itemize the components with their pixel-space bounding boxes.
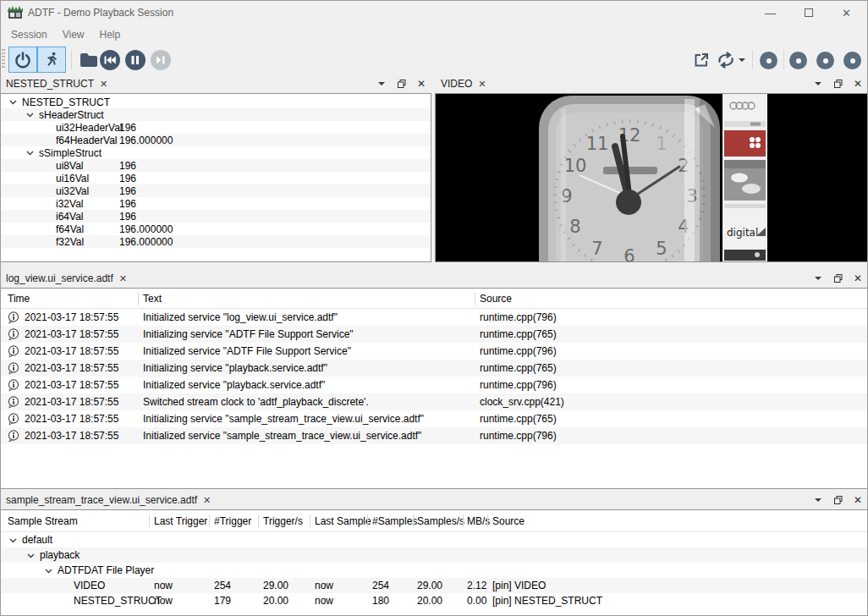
dock-menu-button[interactable] xyxy=(810,269,826,288)
column-separator[interactable] xyxy=(149,514,150,527)
run-session-button[interactable] xyxy=(37,47,66,73)
tab-sample-stream-trace[interactable]: sample_stream_trace_view.ui_service.adtf… xyxy=(0,492,217,509)
tab-close-icon[interactable]: ✕ xyxy=(203,496,211,505)
vertical-splitter[interactable] xyxy=(431,74,435,262)
skip-to-start-button[interactable] xyxy=(100,50,120,70)
tree-row[interactable]: sHeaderStruct xyxy=(1,108,431,121)
expand-chevron-icon[interactable] xyxy=(27,552,35,559)
tree-row[interactable]: ui8Val 196 xyxy=(1,159,431,172)
tree-row[interactable]: ui32Val 196 xyxy=(1,184,431,197)
column-header-last-sample[interactable]: Last Sample xyxy=(315,515,371,527)
toolbar-separator xyxy=(783,50,784,69)
step-forward-button[interactable] xyxy=(151,50,171,70)
pause-button[interactable] xyxy=(125,50,146,70)
marker-button-4[interactable] xyxy=(843,52,861,69)
stream-tree-row[interactable]: NESTED_STRUCT now 179 20.00 now 180 20.0… xyxy=(1,593,867,608)
column-separator[interactable] xyxy=(209,514,210,527)
column-separator[interactable] xyxy=(475,293,475,305)
tree-row[interactable]: f32Val 196.000000 xyxy=(1,235,431,248)
column-header-sample-stream[interactable]: Sample Stream xyxy=(8,515,78,527)
log-row[interactable]: 2021-03-17 18:57:55 Initializing service… xyxy=(1,410,867,427)
column-header-source[interactable]: Source xyxy=(480,293,512,305)
tab-close-icon[interactable]: ✕ xyxy=(119,274,127,283)
expand-chevron-icon[interactable] xyxy=(9,98,17,106)
menu-help[interactable]: Help xyxy=(92,26,129,43)
minimize-button[interactable]: — xyxy=(751,0,789,25)
open-file-button[interactable] xyxy=(74,47,103,73)
column-header-trigger-s[interactable]: Trigger/s xyxy=(263,515,303,527)
float-icon xyxy=(834,496,843,504)
maximize-button[interactable] xyxy=(789,0,827,25)
expand-chevron-icon[interactable] xyxy=(26,149,34,157)
column-header-text[interactable]: Text xyxy=(143,293,162,305)
dock-float-button[interactable] xyxy=(831,491,846,509)
log-row[interactable]: 2021-03-17 18:57:55 Switched stream cloc… xyxy=(1,393,867,410)
export-button[interactable] xyxy=(689,47,713,73)
loop-dropdown-button[interactable] xyxy=(736,47,748,73)
tree-row[interactable]: f64HeaderVal 196.000000 xyxy=(1,134,431,146)
dock-close-button[interactable]: ✕ xyxy=(414,74,429,93)
column-header-source[interactable]: Source xyxy=(492,515,525,527)
column-separator[interactable] xyxy=(463,514,464,527)
tree-value: 196.000000 xyxy=(119,135,173,146)
close-button[interactable]: ✕ xyxy=(827,0,865,25)
column-separator[interactable] xyxy=(310,514,310,527)
expand-chevron-icon[interactable] xyxy=(26,111,34,118)
marker-button-2[interactable] xyxy=(789,52,807,69)
stream-tree-row[interactable]: ADTFDAT File Player xyxy=(1,563,867,578)
column-separator[interactable] xyxy=(413,514,414,527)
log-row[interactable]: 2021-03-17 18:57:55 Initialized service … xyxy=(1,427,867,444)
loop-button[interactable] xyxy=(715,47,737,73)
stream-tree-row[interactable]: playback xyxy=(1,547,867,563)
trace-table-header[interactable]: Sample Stream Last Trigger #Trigger Trig… xyxy=(1,510,867,532)
stream-tree-row[interactable]: VIDEO now 254 29.00 now 254 29.00 2.12 [… xyxy=(1,578,867,593)
tree-row[interactable]: NESTED_STRUCT xyxy=(1,96,431,108)
column-separator[interactable] xyxy=(487,514,488,527)
menu-session[interactable]: Session xyxy=(3,26,55,43)
dock-close-button[interactable]: ✕ xyxy=(850,491,865,509)
dock-menu-button[interactable] xyxy=(374,74,389,93)
log-row[interactable]: 2021-03-17 18:57:55 Initializing service… xyxy=(1,326,867,343)
tree-row[interactable]: ui32HeaderVal 196 xyxy=(1,121,431,134)
log-row[interactable]: 2021-03-17 18:57:55 Initializing service… xyxy=(1,360,867,377)
info-icon xyxy=(8,396,19,411)
menu-view[interactable]: View xyxy=(55,26,92,43)
column-separator[interactable] xyxy=(138,293,139,305)
stream-tree-row[interactable]: default xyxy=(1,532,867,547)
dock-menu-button[interactable] xyxy=(810,74,826,93)
dock-close-button[interactable]: ✕ xyxy=(850,269,865,288)
marker-button-3[interactable] xyxy=(816,52,834,69)
power-toggle-button[interactable] xyxy=(8,47,37,73)
tab-log-view[interactable]: log_view.ui_service.adtf ✕ xyxy=(0,270,133,288)
column-separator[interactable] xyxy=(258,514,259,527)
column-header-last-trigger[interactable]: Last Trigger xyxy=(154,515,207,527)
dock-close-button[interactable]: ✕ xyxy=(850,74,865,93)
column-separator[interactable] xyxy=(367,514,368,527)
tree-row[interactable]: i32Val 196 xyxy=(1,197,431,210)
tab-nested-struct[interactable]: NESTED_STRUCT ✕ xyxy=(0,75,113,93)
tab-close-icon[interactable]: ✕ xyxy=(100,80,107,89)
dock-float-button[interactable] xyxy=(394,74,409,93)
tab-video[interactable]: VIDEO ✕ xyxy=(435,75,492,93)
column-header-trigger[interactable]: #Trigger xyxy=(214,515,251,527)
toolbar-drag-handle[interactable] xyxy=(2,49,5,69)
tree-row[interactable]: i64Val 196 xyxy=(1,210,431,223)
dock-float-button[interactable] xyxy=(831,74,846,93)
tree-row[interactable]: f64Val 196.000000 xyxy=(1,223,431,235)
column-header-samples[interactable]: #Samples xyxy=(372,515,417,527)
log-table-header[interactable]: Time Text Source xyxy=(1,289,867,309)
marker-button-1[interactable] xyxy=(760,52,777,69)
tree-row[interactable]: sSimpleStruct xyxy=(1,146,431,159)
log-row[interactable]: 2021-03-17 18:57:55 Initialized service … xyxy=(1,309,867,326)
column-header-samples-s[interactable]: Samples/s xyxy=(417,515,464,527)
dock-float-button[interactable] xyxy=(831,269,846,288)
tab-close-icon[interactable]: ✕ xyxy=(478,80,486,89)
column-header-time[interactable]: Time xyxy=(8,293,30,305)
dock-menu-button[interactable] xyxy=(810,491,826,509)
expand-chevron-icon[interactable] xyxy=(45,567,52,575)
expand-chevron-icon[interactable] xyxy=(9,536,17,544)
log-row[interactable]: 2021-03-17 18:57:55 Initialized service … xyxy=(1,343,867,360)
horizontal-splitter[interactable] xyxy=(0,262,868,269)
tree-row[interactable]: ui16Val 196 xyxy=(1,172,431,184)
log-row[interactable]: 2021-03-17 18:57:55 Initialized service … xyxy=(1,377,867,393)
